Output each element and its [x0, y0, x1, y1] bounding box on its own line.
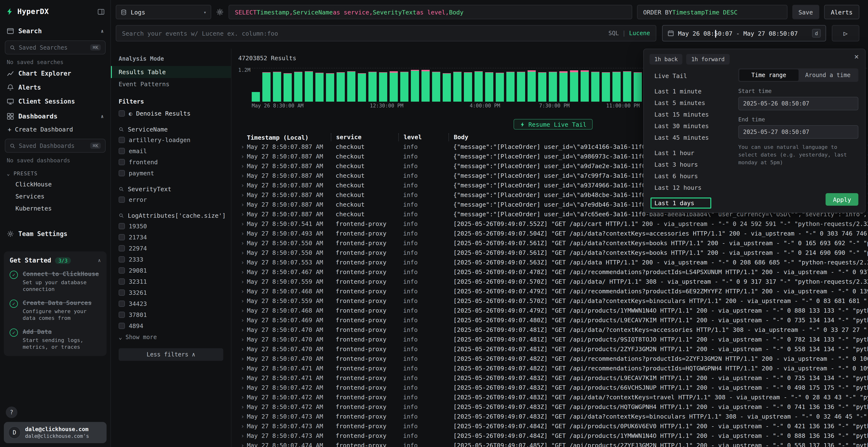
table-row[interactable]: ›May 27 8:50:07.493 AMfrontend-proxyinfo…	[238, 229, 868, 238]
filter-item[interactable]: 4894	[111, 320, 231, 332]
order-by-editor[interactable]: ORDER BY TimestampTime DESC	[637, 5, 787, 19]
chart-bar[interactable]	[326, 73, 334, 102]
filter-item[interactable]: 32311	[111, 276, 231, 287]
table-row[interactable]: ›May 27 8:50:07.472 AMfrontend-proxyinfo…	[238, 392, 868, 402]
row-expand-icon[interactable]: ›	[238, 200, 247, 209]
time-option[interactable]: Last 1 minute	[651, 86, 728, 97]
table-row[interactable]: ›May 27 8:50:07.550 AMfrontend-proxyinfo…	[238, 238, 868, 248]
chart-bar[interactable]	[474, 71, 483, 102]
chart-bar[interactable]	[559, 71, 567, 102]
chart-bar[interactable]	[400, 72, 408, 102]
checkbox[interactable]	[119, 170, 125, 176]
sidebar-section-dashboards[interactable]: Dashboards ∧	[4, 109, 106, 123]
checkbox[interactable]	[119, 301, 125, 307]
source-select[interactable]: Logs ▾	[116, 5, 211, 19]
mode-event-patterns[interactable]: Event Patterns	[111, 78, 231, 90]
saved-dashboards-input[interactable]	[19, 142, 87, 149]
chart-bar[interactable]	[294, 72, 302, 102]
table-row[interactable]: ›May 27 8:50:07.559 AMfrontend-proxyinfo…	[238, 296, 868, 306]
get-started-item[interactable]: ✓Add DataStart sending logs, metrics, or…	[10, 328, 101, 351]
checkbox[interactable]	[119, 312, 125, 318]
chart-bar[interactable]	[252, 92, 260, 102]
row-expand-icon[interactable]: ›	[238, 296, 247, 306]
row-expand-icon[interactable]: ›	[238, 431, 247, 441]
table-row[interactable]: ›May 27 8:50:07.541 AMfrontend-proxyinfo…	[238, 219, 868, 229]
chart-bar[interactable]	[379, 72, 387, 102]
sidebar-item-alerts[interactable]: Alerts	[4, 80, 106, 94]
get-started-header[interactable]: Get Started 3/3 ∧	[10, 257, 101, 264]
less-filters-button[interactable]: Less filters ∧	[119, 348, 223, 361]
chart-bar[interactable]	[422, 70, 430, 102]
alerts-button[interactable]: Alerts	[824, 5, 859, 19]
table-row[interactable]: ›May 27 8:50:07.471 AMfrontend-proxyinfo…	[238, 373, 868, 383]
sidebar-item-chart-explorer[interactable]: Chart Explorer	[4, 66, 106, 80]
saved-dashboards-search[interactable]: ⌘K	[5, 139, 105, 153]
sql-select-editor[interactable]: SELECT Timestamp, ServiceName as service…	[228, 5, 632, 19]
row-expand-icon[interactable]: ›	[238, 392, 247, 402]
checkbox[interactable]	[119, 323, 125, 329]
row-expand-icon[interactable]: ›	[238, 209, 247, 219]
checkbox[interactable]	[119, 223, 125, 229]
chart-bar[interactable]	[528, 70, 536, 102]
table-row[interactable]: ›May 27 8:50:07.468 AMfrontend-proxyinfo…	[238, 306, 868, 315]
table-row[interactable]: ›May 27 8:50:07.550 AMfrontend-proxyinfo…	[238, 248, 868, 258]
chart-bar[interactable]	[432, 72, 440, 102]
row-expand-icon[interactable]: ›	[238, 421, 247, 431]
date-range-picker[interactable]: May 26 08:50:07 - May 27 08:50:07 d	[662, 25, 826, 41]
filter-item[interactable]: 29081	[111, 265, 231, 276]
show-more-button[interactable]: ⌄Show more	[111, 332, 231, 342]
time-option[interactable]: Last 1 days	[651, 198, 711, 209]
time-option[interactable]: Last 30 minutes	[651, 121, 728, 132]
user-menu[interactable]: D dale@clickhouse.com dale@clickhouse.co…	[4, 422, 106, 443]
row-expand-icon[interactable]: ›	[238, 325, 247, 335]
row-expand-icon[interactable]: ›	[238, 142, 247, 152]
filter-item[interactable]: payment	[111, 168, 231, 179]
chart-bar[interactable]	[262, 72, 271, 102]
checkbox[interactable]	[119, 245, 125, 251]
filter-item[interactable]: 2333	[111, 254, 231, 265]
time-option[interactable]: Last 5 minutes	[651, 97, 728, 108]
apply-button[interactable]: Apply	[826, 193, 858, 206]
row-expand-icon[interactable]: ›	[238, 373, 247, 383]
get-started-item[interactable]: ✓Connect to ClickHouseSet up your databa…	[10, 270, 101, 293]
filter-item[interactable]: 37801	[111, 309, 231, 320]
row-expand-icon[interactable]: ›	[238, 190, 247, 200]
column-service[interactable]: service	[331, 133, 398, 141]
language-toggle-lucene[interactable]: Lucene	[629, 30, 650, 37]
table-row[interactable]: ›May 27 8:50:07.471 AMfrontend-proxyinfo…	[238, 364, 868, 373]
table-row[interactable]: ›May 27 8:50:07.473 AMfrontend-proxyinfo…	[238, 412, 868, 421]
event-search-input[interactable]	[122, 30, 604, 37]
table-row[interactable]: ›May 27 8:50:07.474 AMfrontend-proxyinfo…	[238, 441, 868, 447]
time-option[interactable]: Last 3 hours	[651, 159, 728, 170]
chart-bar[interactable]	[337, 72, 345, 102]
chart-bar[interactable]	[485, 72, 493, 102]
collapse-sidebar-icon[interactable]	[97, 8, 105, 15]
end-time-input[interactable]	[738, 125, 858, 139]
chart-bar[interactable]	[453, 72, 462, 102]
filter-item[interactable]: 19350	[111, 220, 231, 232]
row-expand-icon[interactable]: ›	[238, 286, 247, 296]
row-expand-icon[interactable]: ›	[238, 152, 247, 161]
chart-bar[interactable]	[464, 72, 472, 102]
row-expand-icon[interactable]: ›	[238, 248, 247, 258]
save-button[interactable]: Save	[792, 5, 819, 19]
checkbox[interactable]	[119, 234, 125, 240]
checkbox[interactable]	[119, 267, 125, 274]
run-query-button[interactable]: ▷	[832, 25, 859, 41]
chart-bar[interactable]	[623, 71, 631, 102]
table-row[interactable]: ›May 27 8:50:07.470 AMfrontend-proxyinfo…	[238, 325, 868, 335]
checkbox[interactable]	[119, 159, 125, 165]
source-settings-gear-icon[interactable]	[216, 8, 224, 16]
time-option[interactable]: Last 2 days	[651, 209, 728, 213]
checkbox[interactable]	[119, 278, 125, 285]
preset-item-kubernetes[interactable]: Kubernetes	[4, 202, 106, 214]
row-expand-icon[interactable]: ›	[238, 441, 247, 447]
chart-bar[interactable]	[315, 73, 323, 102]
saved-searches-input[interactable]	[19, 44, 87, 51]
filter-item[interactable]: email	[111, 145, 231, 157]
filter-item[interactable]: error	[111, 194, 231, 205]
preset-item-services[interactable]: Services	[4, 190, 106, 202]
start-time-input[interactable]	[738, 97, 858, 110]
sidebar-item-team-settings[interactable]: Team Settings	[4, 227, 106, 241]
table-row[interactable]: ›May 27 8:50:07.553 AMfrontend-proxyinfo…	[238, 258, 868, 267]
